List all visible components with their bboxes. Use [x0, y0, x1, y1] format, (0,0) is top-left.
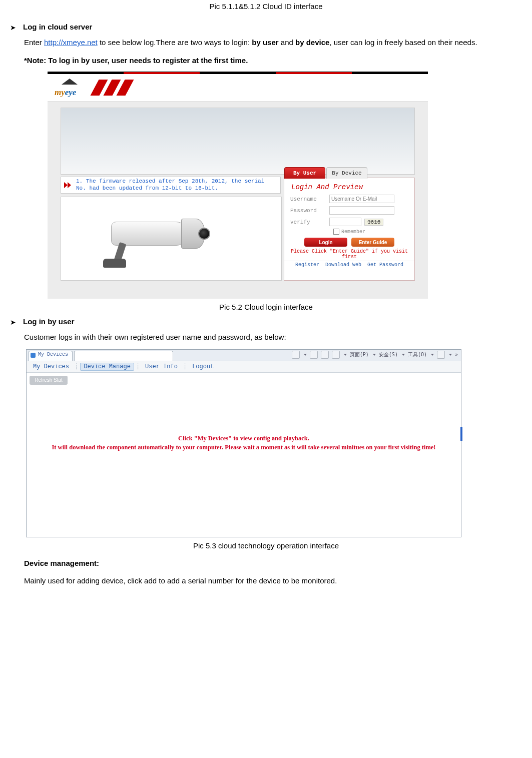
username-input[interactable]	[329, 195, 394, 203]
xmeye-link[interactable]: http://xmeye.net	[44, 38, 98, 47]
text-fragment: Enter	[24, 38, 44, 47]
tab-by-device[interactable]: By Device	[326, 167, 367, 179]
section-login-cloud-paragraph: Enter http://xmeye.net to see below log.…	[24, 35, 522, 51]
login-hint: Please Click "Enter Guide" if you visit …	[284, 249, 414, 261]
section-login-cloud-title: Log in cloud server	[23, 23, 92, 31]
caption-fig-5-2: Pic 5.2 Cloud login interface	[10, 303, 522, 311]
favicon-icon	[31, 353, 36, 358]
instruction-message: Click "My Devices" to view config and pl…	[27, 435, 461, 452]
red-stripes-icon	[92, 80, 132, 96]
ie-command-bar: 页面(P) 安全(S) 工具(O) »	[292, 351, 458, 359]
site-header: myeye	[48, 74, 428, 102]
caption-fig-5-3: Pic 5.3 cloud technology operation inter…	[10, 541, 522, 550]
dropdown-icon[interactable]	[401, 352, 405, 357]
download-web-link[interactable]: Download Web	[325, 262, 361, 268]
ie-overflow: »	[455, 352, 458, 357]
text-fragment: to see below log.There are two ways to l…	[98, 38, 252, 47]
text-bold: by device	[295, 38, 329, 47]
hero-banner	[61, 108, 415, 175]
logo-text-eye: eye	[65, 88, 77, 97]
menu-logout[interactable]: Logout	[189, 363, 217, 371]
app-menu-bar: My Devices ┊ Device Manage ┊ User Info ┊…	[27, 361, 461, 373]
feeds-icon[interactable]	[310, 351, 318, 359]
verify-input[interactable]	[329, 218, 361, 226]
get-password-link[interactable]: Get Password	[367, 262, 403, 268]
password-label: Password	[290, 208, 329, 214]
chevrons-right-icon	[64, 181, 73, 189]
bullet-arrow-icon: ➤	[10, 24, 16, 32]
text-bold: by user	[252, 38, 278, 47]
refresh-stat-button[interactable]: Refresh Stat	[30, 376, 68, 385]
camera-illustration-panel	[61, 197, 282, 281]
screenshot-cloud-login: myeye 1. The firmware released after Sep…	[48, 71, 428, 299]
menu-separator-icon: ┊	[75, 363, 78, 370]
remember-label: Remember	[341, 229, 365, 235]
section-device-management-title: Device management:	[24, 559, 99, 567]
instruction-line-2: It will download the component automatic…	[27, 443, 461, 452]
password-input[interactable]	[329, 206, 394, 215]
browser-tab-mydevices[interactable]: My Devices	[29, 351, 73, 361]
menu-my-devices[interactable]: My Devices	[30, 363, 73, 371]
logo-text-my: my	[55, 88, 65, 97]
dropdown-icon[interactable]	[430, 352, 434, 357]
dropdown-icon[interactable]	[372, 352, 376, 357]
camera-body-icon	[111, 222, 187, 246]
remember-checkbox[interactable]	[333, 229, 339, 235]
menu-device-manage[interactable]: Device Manage	[80, 363, 134, 371]
login-panel: By User By Device Login And Preview User…	[284, 178, 415, 281]
help-icon[interactable]	[437, 351, 445, 359]
login-panel-title: Login And Preview	[284, 178, 414, 193]
section-device-management-paragraph: Mainly used for adding device, click add…	[24, 573, 522, 589]
section-login-by-user-title: Log in by user	[23, 317, 75, 326]
browser-tab-bar: My Devices 页面(P) 安全(S) 工具(O) »	[27, 350, 461, 361]
ie-menu-page[interactable]: 页面(P)	[350, 351, 369, 358]
dropdown-icon[interactable]	[448, 352, 452, 357]
login-button[interactable]: Login	[304, 238, 347, 247]
print-icon[interactable]	[332, 351, 340, 359]
verify-label: verify	[290, 219, 329, 225]
menu-separator-icon: ┊	[183, 363, 187, 370]
camera-base-icon	[103, 259, 126, 268]
house-roof-icon	[62, 79, 78, 85]
section-login-by-user-paragraph: Customer logs in with their own register…	[24, 329, 522, 345]
firmware-notice-text: 1. The firmware released after Sep 28th,…	[76, 178, 264, 191]
text-fragment: and	[279, 38, 295, 47]
menu-separator-icon: ┊	[136, 363, 140, 370]
dropdown-icon[interactable]	[343, 352, 347, 357]
scroll-handle-icon	[460, 427, 462, 441]
captcha-image: 3616	[364, 219, 383, 226]
bullet-arrow-icon: ➤	[10, 318, 16, 326]
dropdown-icon[interactable]	[303, 352, 307, 357]
screenshot-operation-interface: My Devices 页面(P) 安全(S) 工具(O) » My Device…	[26, 349, 461, 537]
accent-bar	[48, 72, 428, 74]
note-line: *Note: To log in by user, user needs to …	[24, 53, 522, 69]
home-icon[interactable]	[292, 351, 300, 359]
browser-tab-blank[interactable]	[74, 351, 173, 361]
register-link[interactable]: Register	[295, 262, 319, 268]
camera-lens-icon	[198, 228, 210, 240]
firmware-notice: 1. The firmware released after Sep 28th,…	[61, 177, 281, 194]
menu-user-info[interactable]: User Info	[142, 363, 181, 371]
username-label: Username	[290, 196, 329, 202]
ie-menu-tools[interactable]: 工具(O)	[408, 351, 427, 358]
mail-icon[interactable]	[321, 351, 329, 359]
enter-guide-button[interactable]: Enter Guide	[351, 238, 394, 247]
myeye-logo: myeye	[55, 78, 84, 98]
caption-top: Pic 5.1.1&5.1.2 Cloud ID interface	[10, 2, 522, 11]
text-fragment: , user can log in freely based on their …	[329, 38, 477, 47]
browser-tab-label: My Devices	[38, 352, 68, 357]
ie-menu-safety[interactable]: 安全(S)	[379, 351, 398, 358]
instruction-line-1: Click "My Devices" to view config and pl…	[27, 435, 461, 442]
tab-by-user[interactable]: By User	[284, 167, 325, 179]
